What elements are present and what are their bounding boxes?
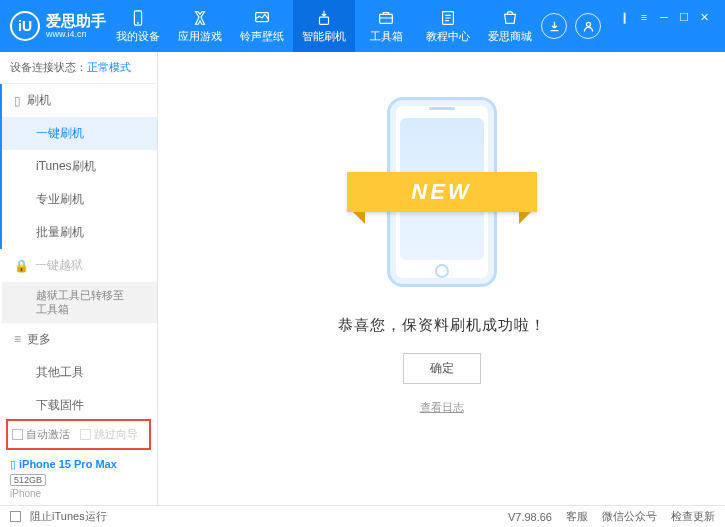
auto-activate-checkbox[interactable]: 自动激活 xyxy=(12,427,70,442)
sidebar-item-g1-2[interactable]: 专业刷机 xyxy=(2,183,157,216)
device-status: 设备连接状态：正常模式 xyxy=(0,52,157,84)
device-info[interactable]: ▯iPhone 15 Pro Max 512GB iPhone xyxy=(0,454,157,505)
svg-rect-3 xyxy=(320,17,329,24)
nav-icon xyxy=(439,9,457,27)
nav-5[interactable]: 教程中心 xyxy=(417,0,479,52)
menu-icon: ≡ xyxy=(14,332,21,346)
maximize-button[interactable]: ☐ xyxy=(677,10,691,24)
view-log-link[interactable]: 查看日志 xyxy=(420,400,464,415)
svg-point-1 xyxy=(137,22,139,24)
block-itunes-checkbox[interactable]: 阻止iTunes运行 xyxy=(10,509,107,524)
group-head-jailbreak[interactable]: 🔒 一键越狱 xyxy=(2,249,157,282)
group-head-flash[interactable]: ▯ 刷机 xyxy=(2,84,157,117)
checkbox-label: 自动激活 xyxy=(26,427,70,442)
nav-icon xyxy=(501,9,519,27)
phone-icon: ▯ xyxy=(10,458,16,470)
group-title: 一键越狱 xyxy=(35,257,83,274)
checkbox-label: 跳过向导 xyxy=(94,427,138,442)
group-head-more[interactable]: ≡ 更多 xyxy=(2,323,157,356)
device-type: iPhone xyxy=(10,488,147,499)
sidebar-item-g3-0[interactable]: 其他工具 xyxy=(2,356,157,389)
nav-icon xyxy=(129,9,147,27)
app-url: www.i4.cn xyxy=(46,29,106,39)
app-name: 爱思助手 xyxy=(46,13,106,30)
jailbreak-note: 越狱工具已转移至 工具箱 xyxy=(2,282,157,323)
nav-icon xyxy=(377,9,395,27)
success-message: 恭喜您，保资料刷机成功啦！ xyxy=(338,316,546,335)
nav-label: 智能刷机 xyxy=(302,29,346,44)
status-value: 正常模式 xyxy=(87,61,131,73)
nav-1[interactable]: 应用游戏 xyxy=(169,0,231,52)
sidebar-item-g1-3[interactable]: 批量刷机 xyxy=(2,216,157,249)
main-nav: 我的设备应用游戏铃声壁纸智能刷机工具箱教程中心爱思商城 xyxy=(107,0,541,52)
nav-label: 铃声壁纸 xyxy=(240,29,284,44)
nav-label: 爱思商城 xyxy=(488,29,532,44)
skip-guide-checkbox[interactable]: 跳过向导 xyxy=(80,427,138,442)
sidebar-group-flash: ▯ 刷机 一键刷机iTunes刷机专业刷机批量刷机 xyxy=(0,84,157,249)
nav-label: 我的设备 xyxy=(116,29,160,44)
statusbar: 阻止iTunes运行 V7.98.66 客服 微信公众号 检查更新 xyxy=(0,505,725,527)
nav-label: 工具箱 xyxy=(370,29,403,44)
footer-link-update[interactable]: 检查更新 xyxy=(671,509,715,524)
user-button[interactable] xyxy=(575,13,601,39)
nav-0[interactable]: 我的设备 xyxy=(107,0,169,52)
mobile-icon: ▯ xyxy=(14,94,21,108)
footer-link-wechat[interactable]: 微信公众号 xyxy=(602,509,657,524)
titlebar-right: ❙ ≡ ─ ☐ ✕ xyxy=(541,10,715,42)
sidebar-item-g1-0[interactable]: 一键刷机 xyxy=(2,117,157,150)
new-ribbon: NEW xyxy=(347,172,537,212)
svg-point-6 xyxy=(586,22,590,26)
pin-button[interactable]: ❙ xyxy=(617,10,631,24)
nav-icon xyxy=(253,9,271,27)
confirm-button[interactable]: 确定 xyxy=(403,353,481,384)
logo-icon: iU xyxy=(10,11,40,41)
nav-2[interactable]: 铃声壁纸 xyxy=(231,0,293,52)
nav-icon xyxy=(191,9,209,27)
device-name: iPhone 15 Pro Max xyxy=(19,458,117,470)
nav-label: 应用游戏 xyxy=(178,29,222,44)
download-button[interactable] xyxy=(541,13,567,39)
version-label: V7.98.66 xyxy=(508,511,552,523)
sidebar-group-jailbreak: 🔒 一键越狱 越狱工具已转移至 工具箱 xyxy=(0,249,157,323)
nav-4[interactable]: 工具箱 xyxy=(355,0,417,52)
sidebar-item-g1-1[interactable]: iTunes刷机 xyxy=(2,150,157,183)
status-label: 设备连接状态： xyxy=(10,61,87,73)
nav-6[interactable]: 爱思商城 xyxy=(479,0,541,52)
group-title: 刷机 xyxy=(27,92,51,109)
nav-icon xyxy=(315,9,333,27)
sidebar-group-more: ≡ 更多 其他工具下载固件高级功能 xyxy=(0,323,157,413)
footer-link-support[interactable]: 客服 xyxy=(566,509,588,524)
lock-icon: 🔒 xyxy=(14,259,29,273)
sidebar-item-g3-1[interactable]: 下载固件 xyxy=(2,389,157,413)
sidebar: 设备连接状态：正常模式 ▯ 刷机 一键刷机iTunes刷机专业刷机批量刷机 🔒 … xyxy=(0,52,158,505)
minimize-button[interactable]: ─ xyxy=(657,10,671,24)
storage-badge: 512GB xyxy=(10,474,46,486)
menu-button[interactable]: ≡ xyxy=(637,10,651,24)
options-row: 自动激活 跳过向导 xyxy=(6,419,151,450)
window-controls: ❙ ≡ ─ ☐ ✕ xyxy=(617,10,711,24)
app-logo: iU 爱思助手 www.i4.cn xyxy=(10,11,107,41)
titlebar: iU 爱思助手 www.i4.cn 我的设备应用游戏铃声壁纸智能刷机工具箱教程中… xyxy=(0,0,725,52)
checkbox-label: 阻止iTunes运行 xyxy=(30,509,107,524)
close-button[interactable]: ✕ xyxy=(697,10,711,24)
nav-label: 教程中心 xyxy=(426,29,470,44)
svg-rect-4 xyxy=(380,14,393,23)
phone-illustration: ♪ NEW xyxy=(352,92,532,292)
nav-3[interactable]: 智能刷机 xyxy=(293,0,355,52)
main-content: ♪ NEW 恭喜您，保资料刷机成功啦！ 确定 查看日志 xyxy=(158,52,725,505)
group-title: 更多 xyxy=(27,331,51,348)
